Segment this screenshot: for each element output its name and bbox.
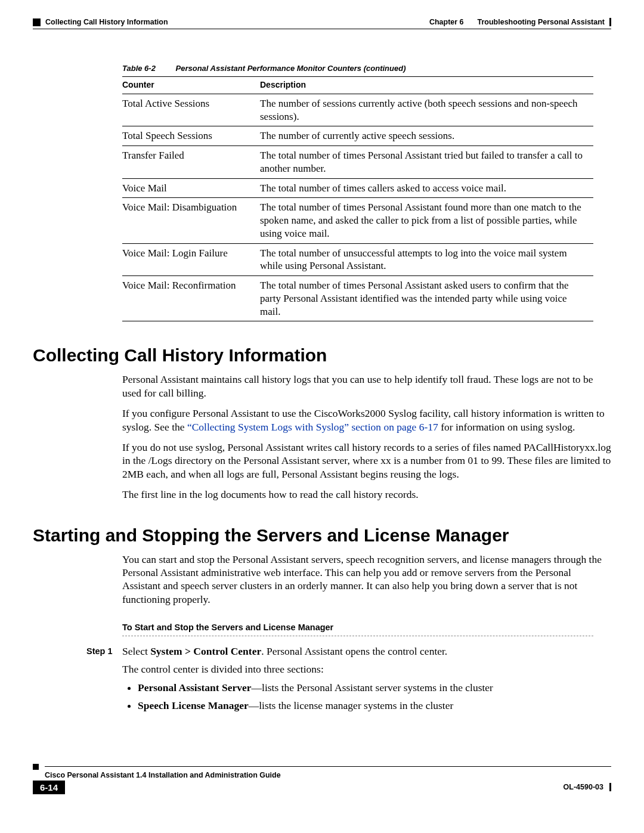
step-line: The control center is divided into three… bbox=[122, 662, 611, 676]
table-number: Table 6-2 bbox=[122, 64, 156, 73]
paragraph: You can start and stop the Personal Assi… bbox=[122, 553, 611, 606]
menu-path: System > Control Center bbox=[150, 645, 261, 657]
cell-counter: Voice Mail bbox=[122, 178, 260, 198]
footer-guide-title: Cisco Personal Assistant 1.4 Installatio… bbox=[45, 771, 281, 779]
section-heading-servers: Starting and Stopping the Servers and Li… bbox=[33, 525, 611, 546]
table-row: Voice MailThe total number of times call… bbox=[122, 178, 593, 198]
cell-desc: The total number of unsuccessful attempt… bbox=[260, 243, 593, 276]
section-body-servers: You can start and stop the Personal Assi… bbox=[122, 553, 611, 606]
header-chapter-title: Troubleshooting Personal Assistant bbox=[478, 18, 605, 26]
table-row: Voice Mail: DisambiguationThe total numb… bbox=[122, 198, 593, 243]
table-row: Voice Mail: ReconfirmationThe total numb… bbox=[122, 276, 593, 321]
text: Select bbox=[122, 645, 150, 657]
header-bar-icon bbox=[609, 18, 611, 26]
doc-id: OL-4590-03 bbox=[564, 783, 603, 791]
cell-desc: The number of sessions currently active … bbox=[260, 94, 593, 126]
table-row: Total Active SessionsThe number of sessi… bbox=[122, 94, 593, 126]
page-number: 6-14 bbox=[33, 781, 65, 794]
table-row: Voice Mail: Login FailureThe total numbe… bbox=[122, 243, 593, 276]
cell-counter: Total Active Sessions bbox=[122, 94, 260, 126]
footer-bar-icon bbox=[609, 783, 611, 791]
header-square-icon bbox=[33, 18, 41, 26]
cell-desc: The total number of times callers asked … bbox=[260, 178, 593, 198]
list-item: Speech License Manager—lists the license… bbox=[138, 699, 611, 712]
running-header: Collecting Call History Information Chap… bbox=[33, 18, 611, 26]
header-chapter-label: Chapter 6 bbox=[429, 18, 464, 26]
table-row: Transfer FailedThe total number of times… bbox=[122, 146, 593, 179]
footer-square-icon bbox=[33, 764, 39, 770]
cell-desc: The total number of times Personal Assis… bbox=[260, 276, 593, 321]
table-title: Personal Assistant Performance Monitor C… bbox=[176, 64, 406, 73]
procedure-subhead: To Start and Stop the Servers and Licens… bbox=[122, 623, 611, 632]
page-footer: Cisco Personal Assistant 1.4 Installatio… bbox=[33, 764, 611, 794]
footer-rule bbox=[45, 766, 611, 767]
step-label: Step 1 bbox=[86, 645, 122, 717]
table-caption: Table 6-2 Personal Assistant Performance… bbox=[122, 64, 611, 73]
section-body-call-history: Personal Assistant maintains call histor… bbox=[122, 373, 611, 501]
list-item: Personal Assistant Server—lists the Pers… bbox=[138, 681, 611, 694]
cell-counter: Voice Mail: Login Failure bbox=[122, 243, 260, 276]
cell-desc: The total number of times Personal Assis… bbox=[260, 146, 593, 179]
cell-desc: The total number of times Personal Assis… bbox=[260, 198, 593, 243]
header-rule bbox=[33, 29, 611, 29]
text: . Personal Assistant opens the control c… bbox=[261, 645, 447, 657]
step-line: Select System > Control Center. Personal… bbox=[122, 645, 611, 658]
cell-desc: The number of currently active speech se… bbox=[260, 126, 593, 146]
cell-counter: Voice Mail: Disambiguation bbox=[122, 198, 260, 243]
bullet-desc: —lists the Personal Assistant server sys… bbox=[252, 682, 493, 693]
paragraph: The first line in the log documents how … bbox=[122, 488, 611, 501]
section-heading-call-history: Collecting Call History Information bbox=[33, 345, 611, 366]
cell-counter: Transfer Failed bbox=[122, 146, 260, 179]
col-description: Description bbox=[260, 77, 593, 94]
paragraph: If you do not use syslog, Personal Assis… bbox=[122, 441, 611, 481]
bullet-term: Personal Assistant Server bbox=[138, 682, 252, 693]
col-counter: Counter bbox=[122, 77, 260, 94]
cell-counter: Voice Mail: Reconfirmation bbox=[122, 276, 260, 321]
counters-table: Counter Description Total Active Session… bbox=[122, 76, 593, 321]
procedure-rule bbox=[122, 636, 593, 636]
header-section-left: Collecting Call History Information bbox=[45, 18, 168, 26]
bullet-desc: —lists the license manager systems in th… bbox=[249, 699, 454, 711]
step-bullets: Personal Assistant Server—lists the Pers… bbox=[122, 681, 611, 713]
paragraph: If you configure Personal Assistant to u… bbox=[122, 407, 611, 433]
cell-counter: Total Speech Sessions bbox=[122, 126, 260, 146]
bullet-term: Speech License Manager bbox=[138, 699, 249, 711]
text: for information on using syslog. bbox=[438, 421, 575, 433]
table-row: Total Speech SessionsThe number of curre… bbox=[122, 126, 593, 146]
syslog-link[interactable]: “Collecting System Logs with Syslog” sec… bbox=[187, 421, 438, 433]
paragraph: Personal Assistant maintains call histor… bbox=[122, 373, 611, 400]
step-1: Step 1 Select System > Control Center. P… bbox=[86, 645, 611, 717]
